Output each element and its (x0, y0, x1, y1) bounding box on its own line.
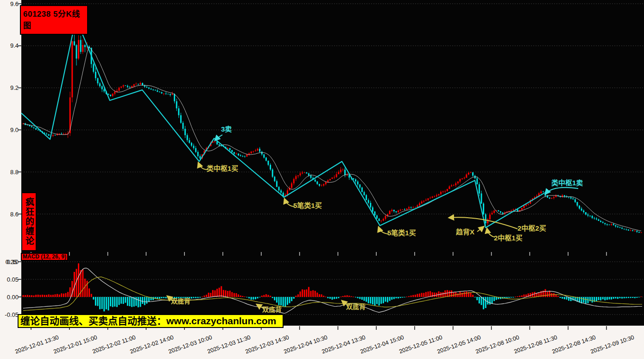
brand-watermark-box: 疯狂的缠论 (21, 192, 37, 251)
annotation-label: 趋背X (456, 228, 474, 236)
kline-chart-window: 9.69.49.29.08.88.6 0.250.100.050.00-0.05… (0, 0, 644, 359)
annotation-label: 双底背 (171, 297, 190, 305)
macd-param-box: MACD (12, 26, 9) (21, 253, 68, 261)
price-axis-label: 8.6 (0, 211, 19, 217)
annotation-label: 5笔类1买 (387, 229, 416, 237)
promo-banner-text: 缠论自动画线、买卖点自动推送：www.crazychanlun.com (20, 315, 276, 326)
price-axis-label: 8.8 (0, 169, 19, 175)
annotation-label: 2中枢1买 (494, 234, 523, 242)
price-axis-label: 9.0 (0, 127, 19, 133)
price-axis-label: 9.2 (0, 85, 19, 91)
annotation-label: 2中枢2买 (518, 225, 546, 232)
macd-axis-label: -0.05 (0, 312, 19, 318)
promo-banner[interactable]: 缠论自动画线、买卖点自动推送：www.crazychanlun.com (18, 314, 284, 328)
macd-param-label: MACD (12, 26, 9) (22, 254, 67, 260)
annotation-label: 3卖 (221, 126, 232, 133)
annotation-label: 类中枢1卖 (551, 179, 583, 187)
brand-watermark-text: 疯狂的缠论 (22, 197, 36, 246)
annotation-label: 双底背 (346, 303, 366, 310)
price-axis-label: 9.4 (0, 43, 19, 49)
macd-axis-label: 0.05 (0, 277, 19, 283)
symbol-title-box: 601238 5分K线图 (20, 5, 88, 35)
annotation-label: 5笔类1买 (293, 202, 322, 209)
symbol-title: 601238 5分K线图 (21, 6, 87, 32)
annotation-label: 双底背 (262, 306, 282, 313)
annotation-label: 类中枢1买 (207, 165, 238, 172)
chart-canvas[interactable] (0, 0, 644, 359)
price-axis-label: 9.6 (0, 1, 19, 7)
macd-axis-label: 0.00 (0, 294, 19, 300)
macd-axis-overlap-label: 0.10 (0, 259, 19, 265)
